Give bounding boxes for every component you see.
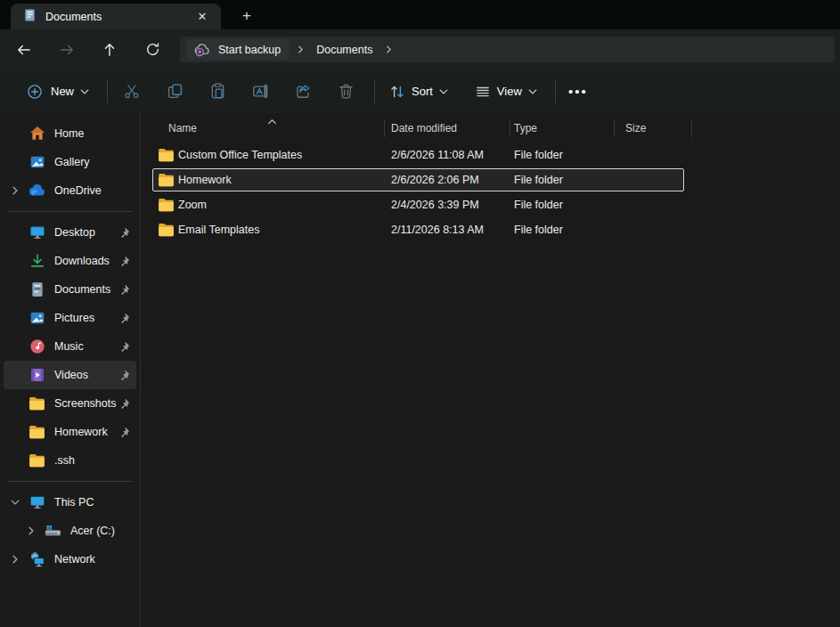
sidebar-item-label: Home (54, 127, 136, 140)
column-divider[interactable] (384, 120, 385, 137)
sidebar-item-label: Music (54, 340, 115, 353)
chevron-right-icon[interactable] (4, 555, 27, 564)
sidebar-item-gallery[interactable]: Gallery (4, 148, 136, 176)
new-tab-button[interactable]: + (233, 4, 260, 28)
column-divider[interactable] (510, 120, 510, 137)
share-button[interactable] (286, 77, 320, 107)
new-button-label: New (51, 85, 74, 98)
column-header-date-modified[interactable]: Date modified (391, 122, 457, 134)
sidebar-item-onedrive[interactable]: OneDrive (4, 176, 136, 205)
paste-button[interactable] (200, 77, 234, 107)
folder-icon (158, 172, 175, 191)
sidebar-item-documents[interactable]: Documents (4, 275, 136, 304)
sort-button-label: Sort (412, 85, 433, 98)
new-button[interactable]: New (18, 78, 98, 105)
clipboard-icon (209, 83, 226, 100)
title-bar: Documents ✕ + (0, 0, 840, 29)
breadcrumb-chevron-icon (378, 45, 399, 53)
navigation-pane: HomeGalleryOneDriveDesktopDownloadsDocum… (0, 114, 141, 627)
cut-button[interactable] (115, 77, 149, 107)
file-explorer-window: Documents ✕ + Start backup (0, 0, 840, 627)
back-button[interactable] (9, 37, 39, 63)
forward-button[interactable] (52, 37, 82, 63)
tab-documents[interactable]: Documents ✕ (11, 4, 221, 29)
rename-button[interactable] (243, 77, 277, 107)
address-bar[interactable]: Start backup Documents (180, 37, 835, 62)
home-icon (29, 126, 45, 142)
sidebar-item-home[interactable]: Home (4, 119, 136, 148)
file-type: File folder (514, 224, 563, 236)
file-row-email-templates[interactable]: Email Templates2/11/2026 8:13 AMFile fol… (141, 217, 840, 242)
toolbar-divider (107, 80, 108, 103)
refresh-button[interactable] (137, 37, 167, 63)
chevron-down-icon (439, 87, 448, 96)
sort-ascending-caret-icon (267, 113, 277, 129)
sidebar-item-label: Homework (54, 426, 115, 438)
plus-circle-icon (27, 84, 43, 100)
file-date-modified: 2/6/2026 2:06 PM (391, 174, 479, 186)
sidebar-item-network[interactable]: Network (4, 545, 136, 574)
file-list: Custom Office Templates2/6/2026 11:08 AM… (141, 142, 840, 242)
pin-icon (115, 427, 133, 438)
chevron-right-icon[interactable] (20, 526, 43, 535)
trash-icon (338, 83, 355, 100)
sidebar-item-label: Videos (54, 369, 115, 381)
sidebar-item-desktop[interactable]: Desktop (4, 218, 136, 247)
start-backup-button[interactable]: Start backup (186, 39, 290, 60)
view-list-icon (475, 84, 491, 100)
sidebar-item-label: Gallery (54, 156, 136, 168)
file-list-pane: Name Date modified Type Size Custom Offi… (141, 114, 840, 627)
pin-icon (115, 227, 133, 239)
sidebar-item-label: Documents (54, 283, 115, 296)
breadcrumb-documents[interactable]: Documents (311, 44, 378, 56)
sidebar-item-label: Screenshots (54, 397, 116, 410)
sidebar-item-downloads[interactable]: Downloads (4, 247, 136, 275)
column-header-name[interactable]: Name (168, 122, 197, 134)
sidebar-item-music[interactable]: Music (4, 332, 136, 361)
chevron-down-icon (528, 87, 537, 96)
chevron-down-icon (80, 87, 89, 96)
folder-icon (158, 222, 175, 241)
tab-close-icon[interactable]: ✕ (192, 7, 212, 27)
pin-icon (115, 370, 133, 381)
pin-icon (115, 313, 133, 324)
file-date-modified: 2/4/2026 3:39 PM (391, 199, 479, 211)
column-header-type[interactable]: Type (514, 122, 537, 134)
file-row-custom-office-templates[interactable]: Custom Office Templates2/6/2026 11:08 AM… (141, 142, 840, 167)
desktop-icon (29, 224, 45, 241)
chevron-down-icon[interactable] (4, 498, 27, 507)
file-row-zoom[interactable]: Zoom2/4/2026 3:39 PMFile folder (141, 192, 840, 217)
toolbar-divider (555, 80, 556, 103)
breadcrumb-chevron-icon (290, 45, 311, 53)
file-row-homework[interactable]: Homework2/6/2026 2:06 PMFile folder (141, 167, 840, 192)
sidebar-item-pictures[interactable]: Pictures (4, 304, 136, 332)
chevron-right-icon[interactable] (4, 186, 27, 195)
pictures-icon (29, 310, 45, 327)
file-date-modified: 2/6/2026 11:08 AM (391, 149, 484, 161)
column-divider[interactable] (614, 120, 615, 137)
sidebar-item-label: Network (54, 553, 136, 566)
file-name: Zoom (178, 199, 207, 211)
sort-button[interactable]: Sort (382, 78, 455, 105)
sidebar-item-homework[interactable]: Homework (4, 418, 136, 446)
file-name: Homework (178, 174, 232, 186)
up-button[interactable] (94, 37, 125, 63)
column-divider[interactable] (691, 120, 692, 137)
network-icon (29, 551, 45, 568)
file-type: File folder (514, 199, 563, 211)
sidebar-item-this-pc[interactable]: This PC (4, 488, 136, 517)
sidebar-item-acer-c[interactable]: Acer (C:) (4, 517, 136, 545)
more-options-button[interactable]: ••• (561, 77, 595, 107)
music-icon (29, 338, 45, 355)
backup-cloud-icon (193, 43, 211, 57)
sidebar-item-label: This PC (54, 496, 136, 509)
tab-title: Documents (45, 11, 192, 23)
sidebar-item-screenshots[interactable]: Screenshots (4, 389, 136, 418)
column-header-size[interactable]: Size (625, 122, 646, 134)
sidebar-item-videos[interactable]: Videos (4, 361, 136, 389)
document-icon (29, 281, 45, 298)
copy-button[interactable] (158, 77, 192, 107)
view-button[interactable]: View (468, 78, 544, 105)
sidebar-item-ssh[interactable]: .ssh (4, 446, 136, 475)
delete-button[interactable] (329, 77, 363, 107)
